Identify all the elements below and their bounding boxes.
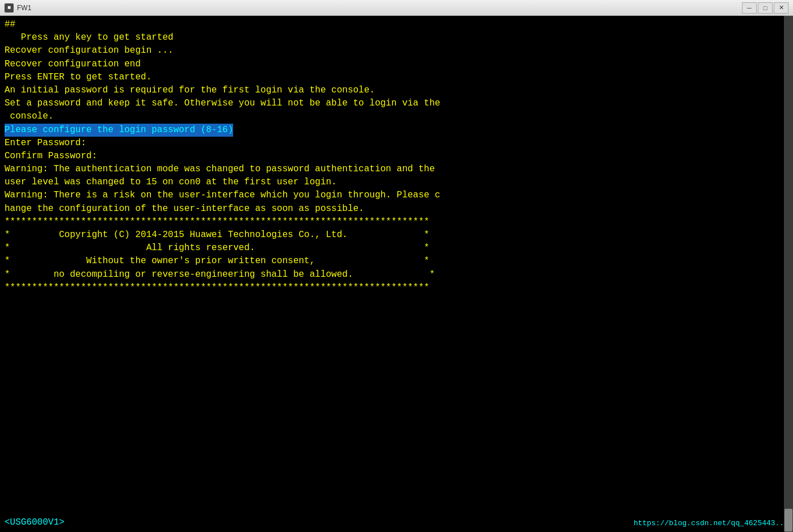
terminal-line: Set a password and keep it safe. Otherwi…: [5, 97, 788, 110]
terminal-window[interactable]: ## Press any key to get startedRecover c…: [0, 16, 793, 532]
app-icon: ■: [5, 3, 14, 12]
terminal-line: * Without the owner's prior written cons…: [5, 255, 788, 268]
terminal-line: Warning: The authentication mode was cha…: [5, 163, 788, 176]
terminal-line: Please configure the login password (8-1…: [5, 124, 788, 137]
scrollbar-thumb[interactable]: [784, 509, 792, 531]
terminal-line: user level was changed to 15 on con0 at …: [5, 176, 788, 189]
terminal-line: ****************************************…: [5, 281, 788, 294]
close-button[interactable]: ✕: [774, 2, 788, 14]
terminal-line: Warning: There is a risk on the user-int…: [5, 189, 788, 202]
command-prompt: <USG6000V1>: [5, 516, 65, 529]
terminal-line: * no decompiling or reverse-engineering …: [5, 268, 788, 281]
status-url: https://blog.csdn.net/qq_4625443...: [634, 518, 788, 529]
terminal-line: An initial password is required for the …: [5, 84, 788, 97]
terminal-line: Press any key to get started: [5, 31, 788, 44]
title-bar-left: ■ FW1: [5, 3, 31, 12]
terminal-line: Press ENTER to get started.: [5, 71, 788, 84]
terminal-line: ##: [5, 18, 788, 31]
terminal-line: Enter Password:: [5, 137, 788, 150]
terminal-line: Recover configuration end: [5, 58, 788, 71]
terminal-footer: <USG6000V1> https://blog.csdn.net/qq_462…: [5, 515, 788, 530]
minimize-button[interactable]: ─: [742, 2, 757, 14]
window-controls: ─ □ ✕: [742, 2, 788, 14]
terminal-line: hange the configuration of the user-inte…: [5, 202, 788, 216]
terminal-line: console.: [5, 110, 788, 123]
terminal-line: * Copyright (C) 2014-2015 Huawei Technol…: [5, 229, 788, 242]
scrollbar-track[interactable]: [784, 16, 793, 532]
terminal-line: ****************************************…: [5, 216, 788, 229]
terminal-line: Recover configuration begin ...: [5, 44, 788, 57]
window-title: FW1: [17, 4, 31, 12]
title-bar: ■ FW1 ─ □ ✕: [0, 0, 793, 16]
terminal-output: ## Press any key to get startedRecover c…: [5, 18, 788, 515]
terminal-line: Confirm Password:: [5, 150, 788, 163]
maximize-button[interactable]: □: [758, 2, 773, 14]
terminal-line: * All rights reserved. *: [5, 242, 788, 255]
